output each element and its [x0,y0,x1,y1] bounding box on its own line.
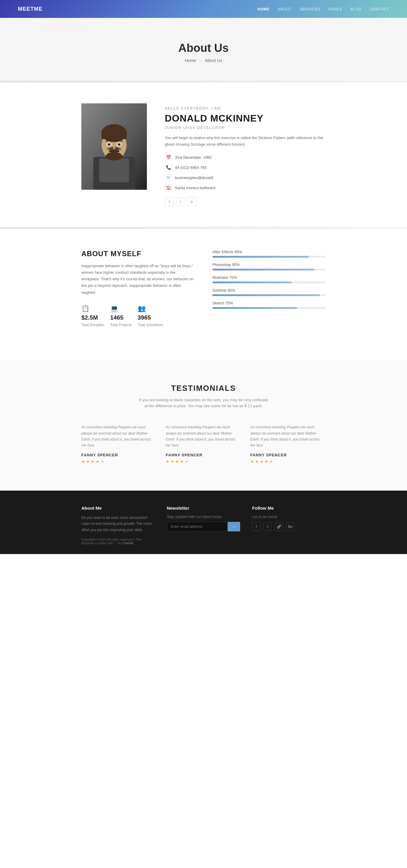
testimonial-text-2: As conscious traveling Paupers we must a… [250,424,326,448]
volunteers-icon: 👥 [138,305,163,312]
profile-title: JUNIOR UI/UX DEVELOPER [165,126,326,130]
about-section: ABOUT MYSELF inappropriate behavior is o… [0,229,407,348]
skill-label-2: Illustrator 70% [213,275,326,280]
stat-volunteers-label: Total Volunteers [138,323,163,327]
footer-newsletter-sub: Stay updated with our latest trends [167,515,241,519]
svg-rect-3 [99,158,129,182]
footer-about-col: About Me Do you want to be even more suc… [81,505,155,545]
nav-blog[interactable]: BLOG [351,7,362,11]
footer-follow-col: Follow Me Let us be social f t 🔗 Be [252,505,326,545]
nav-contact[interactable]: CONTACT [370,7,389,11]
star-filled: ★ [255,459,259,464]
testimonial-text-1: As conscious traveling Paupers we must a… [166,424,241,448]
footer-social-row: f t 🔗 Be [252,523,326,531]
footer-colorlib-link[interactable]: Colorlib [122,541,133,545]
skill-item: Sublime 95% [213,288,326,296]
footer-follow-title: Follow Me [252,505,326,510]
navbar: MEETME HOME ABOUT SERVICES PAGES BLOG CO… [0,0,407,18]
skill-item: Illustrator 70% [213,275,326,283]
star-filled: ★ [250,459,254,464]
footer-follow-sub: Let us be social [252,515,326,519]
social-facebook[interactable]: f [165,197,174,206]
location-icon: 🏠 [165,184,172,191]
skill-label-0: After Effects 85% [213,250,326,254]
footer-social-instagram[interactable]: 🔗 [275,523,283,531]
social-linkedin[interactable]: in [187,197,196,206]
profile-address: 🏠 Santa monica bullevard [165,184,326,191]
footer-copyright: Copyright ©2024 All rights reserved | Th… [81,538,155,545]
stat-projects: 💻 1465 Total Projects [110,305,132,327]
stat-projects-number: 1465 [110,314,132,321]
profile-image-wrap [81,103,147,190]
testimonials-heading: TESTIMONIALS [0,384,407,393]
stat-donation-label: Total Donation [81,323,104,327]
about-right: After Effects 85% Photoshop 90% Illustra… [213,250,326,327]
profile-phone: 📞 44 (012) 6954 783 [165,164,326,171]
nav-home[interactable]: HOME [257,7,269,11]
social-twitter[interactable]: t [176,197,185,206]
nav-logo[interactable]: MEETME [18,6,42,12]
newsletter-form: → [167,522,241,531]
stat-donation-number: $2.5M [81,314,104,321]
profile-details: 📅 31st December, 1992 📞 44 (012) 6954 78… [165,154,326,191]
skill-bar-bg-3 [213,294,326,296]
svg-point-11 [107,143,111,146]
spacer [0,348,407,360]
profile-name: DONALD MCKINNEY [165,113,326,124]
svg-point-15 [106,152,122,160]
skill-label-1: Photoshop 90% [213,262,326,267]
star-filled: ★ [264,459,269,464]
skill-bar-fill-3 [213,294,320,296]
testimonials-grid: As conscious traveling Paupers we must a… [69,421,338,467]
star-empty: ★ [269,459,273,464]
skill-bar-fill-1 [213,269,314,271]
testimonial-author-1: FANNY SPENCER [166,453,241,457]
skill-bar-bg-1 [213,269,326,271]
newsletter-submit-button[interactable]: → [228,522,240,531]
breadcrumb-current: About Us [205,58,222,63]
footer-newsletter-title: Newsletter [167,505,241,510]
breadcrumb-arrow: → [198,58,202,63]
skill-label-4: Sketch 75% [213,301,326,305]
calendar-icon: 📅 [165,154,172,161]
testimonial-card: As conscious traveling Paupers we must a… [250,421,326,467]
footer-newsletter-col: Newsletter Stay updated with our latest … [167,505,241,545]
star-filled: ★ [170,459,174,464]
profile-hello: HELLO EVERYBODY, I AM [165,106,326,111]
profile-photo [81,103,147,190]
footer-social-behance[interactable]: Be [286,523,294,531]
profile-section: HELLO EVERYBODY, I AM DONALD MCKINNEY JU… [69,83,338,227]
profile-email: ✉ businessplan@donald [165,174,326,181]
testimonial-stars-2: ★★★★★ [250,459,326,464]
svg-point-13 [118,143,121,146]
nav-links: HOME ABOUT SERVICES PAGES BLOG CONTACT [257,6,389,11]
star-filled: ★ [175,459,179,464]
about-left: ABOUT MYSELF inappropriate behavior is o… [81,250,194,327]
star-filled: ★ [260,459,264,464]
hero-title: About Us [0,42,407,55]
nav-about[interactable]: ABOUT [278,7,291,11]
profile-bio: You will begin to realise why this exerc… [165,135,326,148]
breadcrumb: Home → About Us [0,58,407,63]
nav-services[interactable]: SERVICES [300,7,320,11]
skill-bar-fill-0 [213,256,309,258]
star-filled: ★ [180,459,184,464]
footer-about-text: Do you want to be even more successful? … [81,515,155,533]
breadcrumb-home[interactable]: Home [185,58,196,63]
star-filled: ★ [91,459,95,464]
email-icon: ✉ [165,174,172,181]
testimonial-text-0: As conscious traveling Paupers we must a… [81,424,157,448]
newsletter-input[interactable] [167,522,228,531]
footer-social-facebook[interactable]: f [252,523,260,531]
footer-about-title: About Me [81,505,155,510]
nav-pages[interactable]: PAGES [328,7,342,11]
star-filled: ★ [86,459,90,464]
profile-photo-inner [81,103,147,190]
footer-social-twitter[interactable]: t [263,523,272,531]
skill-item: After Effects 85% [213,250,326,258]
star-filled: ★ [166,459,169,464]
footer-inner: About Me Do you want to be even more suc… [69,505,338,545]
testimonial-stars-0: ★★★★★ [81,459,157,464]
donation-icon: 📋 [81,305,104,312]
star-filled: ★ [96,459,99,464]
